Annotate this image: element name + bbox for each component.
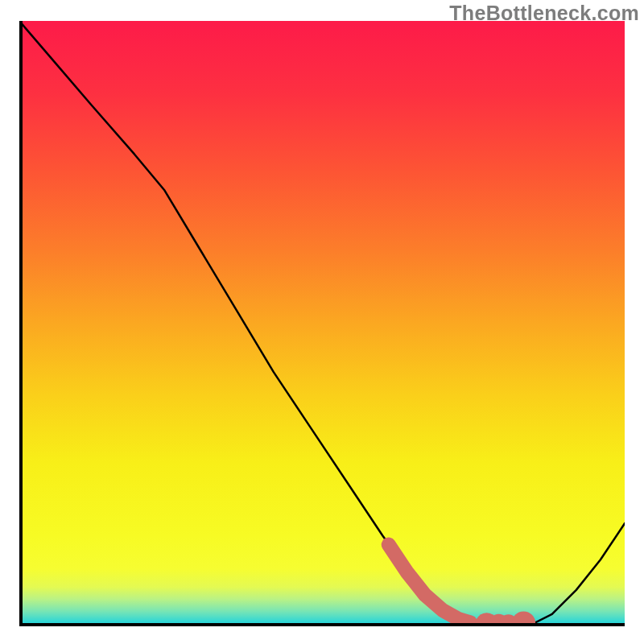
attribution-label: TheBottleneck.com	[449, 2, 639, 25]
chart-container: TheBottleneck.com	[0, 0, 644, 644]
plot-axes	[19, 21, 625, 626]
